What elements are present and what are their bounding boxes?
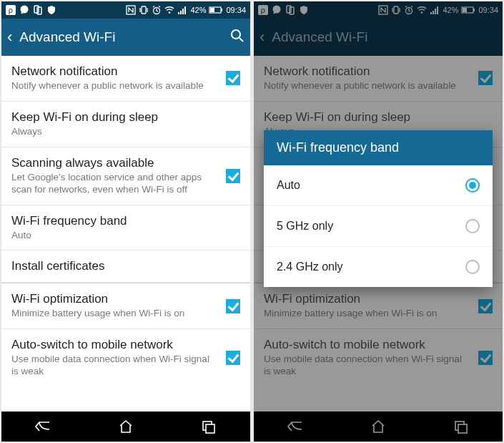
clock-text: 09:34 — [226, 6, 246, 14]
messenger-icon — [19, 5, 29, 15]
screenshot-right: ρ 42% 09:34 ‹ Advanced Wi-Fi Network not… — [254, 1, 503, 442]
setting-title: Keep Wi-Fi on during sleep — [11, 110, 233, 125]
setting-subtitle: Use mobile data connection when Wi-Fi si… — [11, 354, 219, 378]
frequency-band-dialog: Wi-Fi frequency band Auto 5 GHz only 2.4… — [264, 130, 493, 287]
svg-rect-13 — [178, 12, 179, 14]
svg-line-11 — [159, 6, 160, 8]
alarm-icon — [152, 5, 162, 15]
radio-selected[interactable] — [465, 178, 480, 193]
nav-back-button[interactable] — [21, 416, 64, 437]
battery-icon — [209, 5, 223, 15]
svg-point-2 — [21, 6, 29, 14]
dialog-option-5ghz[interactable]: 5 GHz only — [264, 206, 493, 247]
svg-rect-16 — [184, 6, 186, 14]
vibrate-icon — [139, 5, 149, 15]
app-bar: ‹ Advanced Wi-Fi — [1, 19, 250, 56]
setting-scanning-always[interactable]: Scanning always available Let Google's l… — [1, 147, 250, 205]
option-label: 5 GHz only — [277, 220, 465, 233]
app-badge-icon: ρ — [6, 5, 16, 15]
nfc-icon — [126, 5, 136, 15]
modal-scrim[interactable]: Wi-Fi frequency band Auto 5 GHz only 2.4… — [254, 1, 503, 442]
setting-subtitle: Auto — [11, 230, 233, 242]
checkbox-checked[interactable] — [226, 351, 240, 365]
wifi-icon — [164, 5, 174, 15]
setting-subtitle: Always — [11, 126, 233, 138]
radio-unselected[interactable] — [465, 260, 480, 274]
svg-rect-6 — [142, 6, 146, 14]
svg-line-10 — [153, 6, 154, 8]
phones-icon — [33, 5, 43, 15]
nav-recent-button[interactable] — [187, 416, 230, 437]
setting-wifi-optimization[interactable]: Wi-Fi optimization Minimize battery usag… — [1, 283, 250, 329]
setting-subtitle: Minimize battery usage when Wi-Fi is on — [11, 308, 219, 320]
nav-home-button[interactable] — [104, 416, 147, 437]
page-title: Advanced Wi-Fi — [19, 29, 230, 45]
dialog-title: Wi-Fi frequency band — [264, 130, 493, 165]
dialog-option-auto[interactable]: Auto — [264, 165, 493, 206]
setting-subtitle: Let Google's location service and other … — [11, 172, 219, 196]
option-label: Auto — [277, 179, 465, 192]
svg-rect-15 — [182, 9, 184, 14]
signal-icon — [177, 5, 187, 15]
option-label: 2.4 GHz only — [277, 261, 465, 273]
screenshot-left: ρ 42% 09:34 ‹ Advanced Wi-Fi Network not… — [1, 1, 250, 442]
setting-subtitle: Notify whenever a public network is avai… — [11, 80, 219, 92]
setting-title: Wi-Fi frequency band — [11, 214, 233, 228]
setting-title: Scanning always available — [11, 156, 219, 170]
svg-text:ρ: ρ — [9, 6, 13, 14]
setting-frequency-band[interactable]: Wi-Fi frequency band Auto — [1, 205, 250, 251]
search-icon[interactable] — [230, 29, 244, 47]
setting-install-certificates[interactable]: Install certificates — [1, 250, 250, 283]
status-bar: ρ 42% 09:34 — [1, 1, 250, 19]
settings-list: Network notification Notify whenever a p… — [1, 56, 250, 412]
svg-rect-14 — [180, 11, 182, 14]
checkbox-checked[interactable] — [226, 71, 240, 85]
battery-percent: 42% — [190, 6, 206, 14]
setting-auto-switch-mobile[interactable]: Auto-switch to mobile network Use mobile… — [1, 329, 250, 386]
svg-point-12 — [169, 11, 171, 14]
svg-point-20 — [232, 30, 240, 39]
radio-unselected[interactable] — [465, 219, 480, 233]
setting-title: Wi-Fi optimization — [11, 292, 219, 306]
nav-bar — [1, 412, 250, 442]
svg-rect-19 — [210, 8, 214, 12]
checkbox-checked[interactable] — [226, 299, 240, 313]
svg-rect-23 — [206, 424, 214, 433]
setting-keep-wifi-sleep[interactable]: Keep Wi-Fi on during sleep Always — [1, 102, 250, 147]
shield-icon — [46, 5, 56, 15]
checkbox-checked[interactable] — [226, 169, 240, 183]
setting-network-notification[interactable]: Network notification Notify whenever a p… — [1, 56, 250, 102]
dialog-option-24ghz[interactable]: 2.4 GHz only — [264, 247, 493, 287]
setting-title: Auto-switch to mobile network — [11, 338, 219, 352]
setting-title: Install certificates — [11, 259, 233, 273]
svg-rect-18 — [221, 9, 222, 11]
back-icon[interactable]: ‹ — [7, 28, 12, 47]
setting-title: Network notification — [11, 64, 219, 79]
svg-line-21 — [239, 38, 243, 42]
